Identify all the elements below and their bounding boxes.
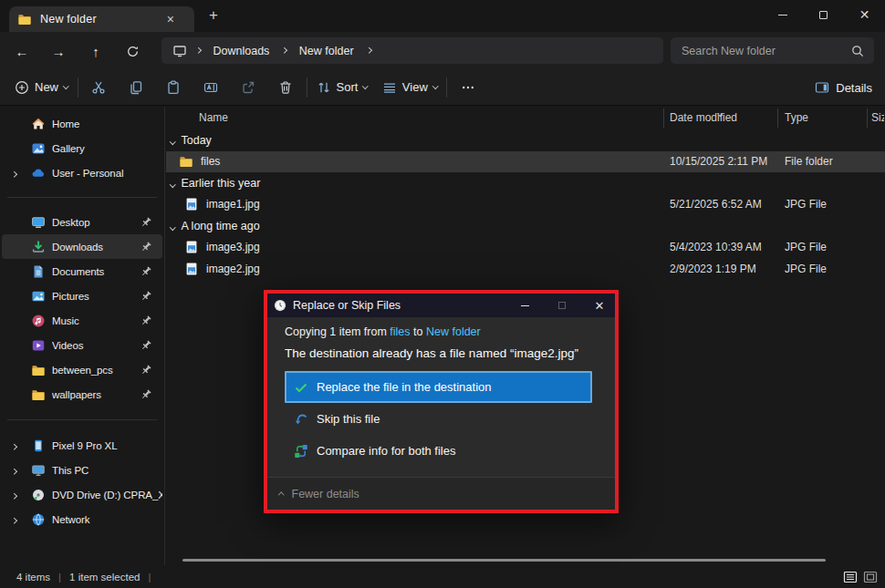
- share-button[interactable]: [230, 73, 267, 102]
- breadcrumb-chevron-icon[interactable]: [366, 47, 371, 53]
- group-header-today[interactable]: Today: [166, 129, 885, 151]
- dialog-close-button[interactable]: ✕: [584, 294, 615, 317]
- pin-icon: [140, 290, 152, 303]
- replace-file-button[interactable]: Replace the file in the destination: [285, 371, 592, 403]
- breadcrumb-chevron-icon[interactable]: [281, 47, 286, 53]
- dialog-maximize-button: [547, 294, 578, 317]
- column-header-name[interactable]: Name: [199, 111, 228, 124]
- tab-strip: New folder × + ✕: [0, 0, 885, 32]
- column-header-type[interactable]: Type: [785, 111, 808, 124]
- sort-button-label: Sort: [337, 80, 359, 94]
- sidebar-item-gallery[interactable]: Gallery: [2, 136, 162, 160]
- more-options-button[interactable]: [449, 73, 486, 102]
- details-view-toggle[interactable]: [842, 569, 858, 584]
- refresh-button[interactable]: [119, 37, 146, 65]
- skip-file-button[interactable]: Skip this file: [285, 403, 598, 435]
- chevron-right-icon[interactable]: [12, 465, 16, 476]
- dialog-minimize-button[interactable]: [509, 294, 540, 317]
- compare-files-button[interactable]: Compare info for both files: [285, 435, 598, 467]
- onedrive-icon: [31, 166, 46, 181]
- skip-icon: [294, 412, 308, 427]
- items-count: 4 items: [16, 572, 50, 583]
- group-label: Earlier this year: [182, 177, 261, 190]
- sort-button[interactable]: Sort: [309, 73, 375, 102]
- file-date-modified: 5/4/2023 10:39 AM: [670, 241, 762, 253]
- chevron-right-icon[interactable]: [12, 514, 16, 525]
- chevron-down-icon: [63, 83, 68, 88]
- back-button[interactable]: ←: [8, 37, 36, 65]
- chevron-down-icon: [171, 177, 175, 190]
- sidebar-item-between-pcs[interactable]: between_pcs: [2, 357, 162, 382]
- chevron-right-icon[interactable]: [12, 440, 16, 451]
- column-headers: Name Date modified Type Size: [166, 107, 885, 129]
- sidebar-item-network[interactable]: Network: [2, 507, 162, 531]
- chevron-down-icon: [362, 83, 368, 88]
- paste-button[interactable]: [155, 73, 193, 102]
- details-pane-icon: [815, 80, 829, 95]
- sidebar-item-dvd-drive-d-cpra-x64fre[interactable]: DVD Drive (D:) CPRA_X64FRE_: [2, 482, 162, 507]
- file-type: JPG File: [785, 263, 827, 275]
- sidebar-item-downloads[interactable]: Downloads: [2, 234, 162, 259]
- sidebar-item-user-personal[interactable]: User - Personal: [2, 160, 162, 185]
- search-box[interactable]: Search New folder: [671, 37, 874, 64]
- file-row-image2-jpg[interactable]: image2.jpg2/9/2023 1:19 PMJPG File: [166, 258, 885, 280]
- tab-new-folder[interactable]: New folder ×: [9, 6, 194, 32]
- new-button-label: New: [35, 80, 58, 94]
- tab-close-icon[interactable]: ×: [167, 13, 174, 26]
- dialog-message: The destination already has a file named…: [285, 346, 598, 360]
- column-header-date-modified[interactable]: Date modified: [670, 111, 737, 124]
- sidebar-item-documents[interactable]: Documents: [2, 259, 162, 284]
- details-pane-button[interactable]: Details: [815, 73, 872, 102]
- sidebar-item-label: This PC: [52, 465, 162, 476]
- sidebar-item-desktop[interactable]: Desktop: [2, 210, 162, 234]
- sidebar-item-label: Network: [52, 514, 162, 525]
- view-button[interactable]: View: [375, 73, 444, 102]
- search-icon[interactable]: [850, 44, 865, 58]
- thumbnail-view-toggle[interactable]: [862, 569, 878, 584]
- breadcrumb-item-new-folder[interactable]: New folder: [294, 45, 359, 57]
- horizontal-scrollbar[interactable]: [182, 559, 826, 562]
- sidebar-item-videos[interactable]: Videos: [2, 333, 162, 357]
- group-header-a-long-time-ago[interactable]: A long time ago: [166, 215, 885, 237]
- group-header-earlier-this-year[interactable]: Earlier this year: [166, 172, 885, 194]
- sidebar-item-label: Pixel 9 Pro XL: [52, 440, 162, 451]
- sidebar-item-this-pc[interactable]: This PC: [2, 458, 162, 482]
- gallery-icon: [31, 141, 46, 156]
- window-maximize-button[interactable]: [803, 0, 844, 29]
- videos-icon: [31, 338, 46, 353]
- new-tab-button[interactable]: +: [202, 4, 225, 27]
- breadcrumb-chevron-icon[interactable]: [195, 47, 201, 53]
- column-header-size[interactable]: Size: [871, 111, 884, 124]
- sidebar-item-pixel-9-pro-xl[interactable]: Pixel 9 Pro XL: [2, 433, 162, 458]
- copy-button[interactable]: [118, 73, 155, 102]
- folder-icon: [31, 387, 46, 402]
- file-row-image3-jpg[interactable]: image3.jpg5/4/2023 10:39 AMJPG File: [166, 237, 885, 259]
- file-row-image1-jpg[interactable]: image1.jpg5/21/2025 6:52 AMJPG File: [166, 194, 885, 216]
- network-icon: [31, 512, 46, 527]
- new-button[interactable]: New: [7, 73, 76, 102]
- status-bar: 4 items | 1 item selected |: [0, 565, 885, 588]
- window-minimize-button[interactable]: [762, 0, 803, 29]
- breadcrumb-item-downloads[interactable]: Downloads: [208, 45, 276, 57]
- sidebar-item-home[interactable]: Home: [2, 111, 162, 136]
- cut-button[interactable]: [80, 73, 118, 102]
- this-pc-icon[interactable]: [172, 44, 187, 58]
- rename-button[interactable]: [193, 73, 230, 102]
- sidebar-item-pictures[interactable]: Pictures: [2, 284, 162, 308]
- chevron-right-icon[interactable]: [12, 490, 16, 500]
- source-folder-link[interactable]: files: [390, 325, 410, 338]
- forward-button[interactable]: →: [45, 37, 72, 65]
- sidebar-separator: [7, 197, 157, 198]
- chevron-right-icon[interactable]: [12, 168, 16, 179]
- file-name: image1.jpg: [206, 198, 260, 211]
- destination-folder-link[interactable]: New folder: [426, 325, 481, 338]
- window-close-button[interactable]: ✕: [844, 0, 885, 29]
- delete-button[interactable]: [267, 73, 305, 102]
- file-row-files[interactable]: files10/15/2025 2:11 PMFile folder: [166, 151, 885, 173]
- pin-icon: [140, 364, 152, 377]
- fewer-details-button[interactable]: Fewer details: [267, 477, 615, 510]
- sidebar-item-wallpapers[interactable]: wallpapers: [2, 382, 162, 407]
- up-button[interactable]: ↑: [82, 37, 109, 65]
- sidebar-item-music[interactable]: Music: [2, 308, 162, 333]
- navigation-bar: ← → ↑ Downloads New folder Search New fo…: [0, 32, 885, 69]
